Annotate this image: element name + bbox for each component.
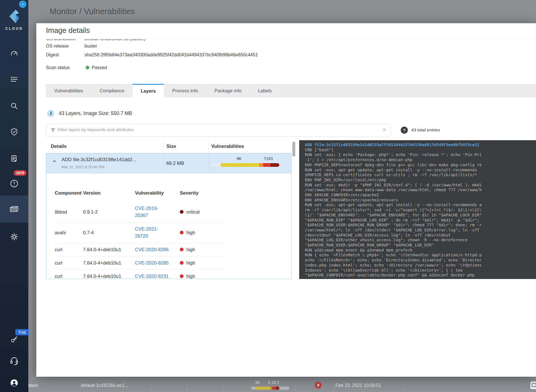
sidebar-item-alerts[interactable] [0, 173, 28, 194]
sidebar-expand-button[interactable]: › [19, 1, 26, 8]
sidebar-item-settings[interactable] [0, 227, 28, 247]
severity-cell: critical [180, 209, 200, 215]
bottom-row-count-left: 34 [255, 380, 260, 385]
sidebar-item-dashboard[interactable] [0, 44, 28, 64]
bottom-row-count-right: 5 10 2 [268, 380, 279, 385]
severity-dot [180, 231, 183, 235]
code-line: ENV PHP_INI_DIR=/usr/local/etc/php [305, 178, 536, 183]
layer-row[interactable]: ADD file:3c32f1cd03198e141dd2... Mar 11,… [46, 154, 291, 173]
layers-panes: Details Size Vulnerabilities ADD file:3c… [46, 140, 536, 279]
table-scrollbar-thumb[interactable] [292, 142, 295, 157]
tab-compliance[interactable]: Compliance [91, 84, 132, 97]
severity-cell: high [180, 260, 195, 266]
sidebar-item-compliance[interactable] [0, 148, 28, 169]
sidebar-item-profile[interactable] [0, 373, 28, 392]
code-line: RUN a2dismod mpm_event && a2enmod mpm_pr… [305, 248, 536, 253]
code-line: RUN set -eux; mkdir -p "$PHP_INI_DIR/con… [305, 183, 536, 188]
image-details-modal: Image details OS distributionDebian GNU/… [36, 23, 536, 377]
component-version: 7.64.0-4+deb10u1 [83, 247, 121, 252]
tab-vulnerabilities[interactable]: Vulnerabilities [46, 84, 91, 97]
column-header-details: Details [51, 144, 67, 149]
code-line: RUN set -eux; apt-get update; apt-get in… [305, 203, 536, 208]
layers-table: Details Size Vulnerabilities ADD file:3c… [46, 140, 292, 279]
code-line: RUN set -eux; apt-get update; apt-get in… [305, 168, 536, 173]
cve-link[interactable]: CVE-2020-8285 [135, 260, 168, 266]
column-header-size: Size [166, 144, 176, 149]
chevron-up-icon[interactable] [52, 160, 56, 163]
sidebar: CLOUD › 1879 [0, 0, 28, 392]
cve-link[interactable]: CVE-2019-20367 [135, 205, 162, 219]
alert-circle-icon [10, 179, 19, 188]
component-version: 7.64.0-4+deb10u1 [83, 260, 121, 266]
component-name: avahi [55, 230, 66, 235]
trial-badge: Trial [15, 329, 29, 335]
component-name: libbsd [55, 209, 67, 215]
sidebar-item-support[interactable] [0, 351, 28, 371]
severity-cell: high [180, 274, 195, 279]
checklist-icon [10, 75, 18, 84]
code-line: RUN set -eux; { echo 'Package: php*'; ec… [305, 152, 536, 157]
sidebar-item-containers[interactable] [0, 195, 28, 223]
detail-row-os-release: OS releasebuster [46, 44, 97, 49]
bottom-row-vuln-bar [251, 387, 289, 390]
severity-dot [180, 274, 183, 278]
component-version: 0.9.1-2 [83, 209, 98, 215]
layers-info-line: i 43 Layers, Image Size: 550.7 MB [47, 110, 132, 117]
code-line: index.php index.html'; echo; echo '<Dire… [305, 263, 536, 268]
os-release-value: buster [85, 44, 97, 48]
component-row: avahi0.7-4CVE-2021-26720high [55, 222, 225, 243]
code-line: /var/www/html/*; ln -sfT /dev/stderr "$A… [305, 228, 536, 233]
code-line: Indexes'; echo '\tAllowOverride All'; ec… [305, 268, 536, 273]
sidebar-item-search[interactable] [0, 96, 28, 116]
detail-row-os-distribution: OS distributionDebian GNU/Linux 10 (bust… [46, 39, 530, 42]
app-logo[interactable]: CLOUD [0, 8, 28, 31]
code-line: rm -rf /var/lib/apt/lists/*; sed -ri 's/… [305, 208, 536, 213]
tab-process-info[interactable]: Process info [164, 84, 206, 97]
search-icon [10, 102, 18, 110]
filter-placeholder: Filter layers by keywords and attributes [58, 127, 134, 132]
sidebar-item-defend[interactable] [0, 122, 28, 142]
cve-link[interactable]: CVE-2021-26720 [135, 225, 162, 240]
code-line: ADD file:3c32f1cd03198e141dd233a7ffd1344… [305, 142, 536, 148]
tab-layers[interactable]: Layers [132, 84, 164, 97]
audit-document-icon [10, 154, 18, 163]
layers-filter-input[interactable]: Filter layers by keywords and attributes… [46, 124, 391, 137]
header-component: Component [55, 190, 81, 196]
severity-dot [180, 248, 183, 252]
code-line: "$APACHE_LOG_DIR/other_vhosts_access.log… [305, 238, 536, 243]
vuln-bar-label-left: 96 [237, 156, 241, 161]
modal-title: Image details [46, 26, 90, 35]
code-line: CMD ["bash"] [305, 148, 536, 153]
tab-labels[interactable]: Labels [250, 84, 280, 97]
total-entries-label: 43 total entries [411, 127, 440, 133]
modal-tabs: VulnerabilitiesComplianceLayersProcess i… [46, 84, 536, 97]
code-line: /var/www/html; chown www-data:www-data /… [305, 188, 536, 193]
sidebar-item-policies[interactable] [0, 69, 28, 90]
code-line: -1'; } > /etc/apt/preferences.d/no-debia… [305, 157, 536, 163]
component-name: curl [55, 260, 62, 266]
layer-vuln-bar: 96 7101 [212, 154, 281, 173]
component-version: 0.7-4 [83, 230, 94, 235]
clear-filter-icon[interactable]: ✕ [382, 127, 386, 133]
table-row-selected: nginx:latest default-1c43130c-ec1... 34 … [0, 378, 536, 392]
code-line: "$APACHE_CONFDIR/conf-available/docker-p… [305, 273, 536, 278]
headset-icon [10, 356, 19, 365]
digest-value: sha256:2f85b64e373aa340300adde9925f42dd0… [85, 52, 258, 57]
component-version: 7.64.0-4+deb10u1 [83, 274, 121, 279]
cve-link[interactable]: CVE-2020-8231 [135, 274, 168, 279]
container-icon [9, 204, 19, 214]
detail-row-digest: Digestsha256:2f85b64e373aa340300adde9925… [46, 52, 258, 57]
code-line: "$APACHE_RUN_USER:$APACHE_RUN_GROUP" "$d… [305, 223, 536, 228]
code-line: RUN { echo '<FilesMatch \.php$>'; echo '… [305, 253, 536, 258]
code-line: ENV APACHE_CONFDIR=/etc/apache2 [305, 193, 536, 198]
layers-table-header: Details Size Vulnerabilities [46, 140, 292, 153]
tab-package-info[interactable]: Package info [206, 84, 250, 97]
header-version: Version [83, 190, 100, 196]
column-header-vulnerabilities: Vulnerabilities [211, 144, 244, 149]
cve-link[interactable]: CVE-2020-8286 [135, 247, 168, 252]
header-severity: Severity [180, 190, 199, 196]
bottom-row-risk-badge: 9 [315, 382, 322, 389]
help-icon[interactable]: ? [401, 127, 408, 134]
shield-check-icon [10, 128, 18, 136]
severity-dot [180, 261, 183, 265]
